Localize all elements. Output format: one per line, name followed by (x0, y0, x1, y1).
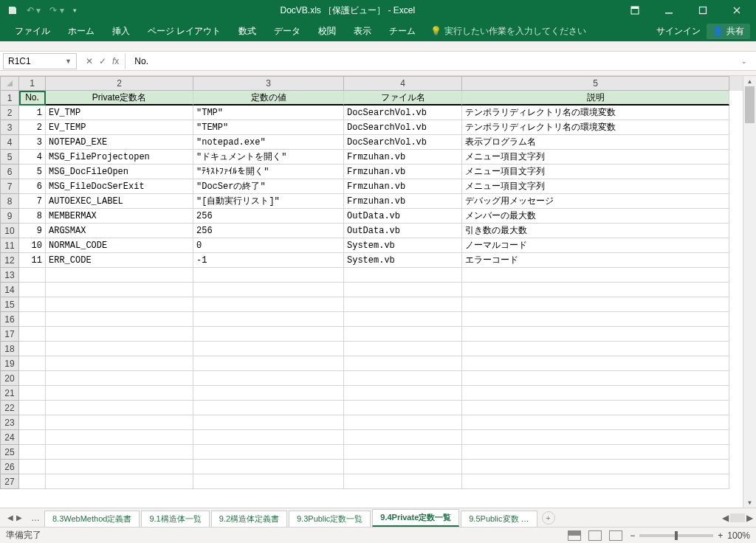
row-header[interactable]: 11 (0, 238, 19, 253)
empty-cell[interactable] (462, 283, 729, 297)
cell-no[interactable]: 9 (19, 224, 46, 238)
empty-cell[interactable] (46, 460, 193, 474)
empty-cell[interactable] (46, 356, 193, 371)
cell-file[interactable]: Frmzuhan.vb (344, 179, 462, 194)
row-header[interactable]: 22 (0, 401, 19, 415)
cell-value[interactable]: "DocSerの終了" (193, 179, 344, 194)
empty-cell[interactable] (462, 327, 729, 342)
cell-file[interactable]: DocSearchVol.vb (344, 106, 462, 120)
fx-icon[interactable]: fx (112, 56, 119, 66)
cell-value[interactable]: 256 (193, 224, 344, 238)
col-header-2[interactable]: 2 (46, 76, 193, 91)
empty-cell[interactable] (193, 342, 344, 356)
cell-no[interactable]: 11 (19, 253, 46, 268)
empty-cell[interactable] (46, 312, 193, 327)
horizontal-scroll-mini[interactable]: ◀ ▶ (722, 513, 753, 523)
row-header[interactable]: 2 (0, 106, 19, 120)
sheet-tab[interactable]: 9.4Private定数一覧 (372, 509, 459, 527)
sheet-tab[interactable]: 9.2構造体定義書 (211, 511, 287, 527)
tab-file[interactable]: ファイル (6, 21, 59, 41)
row-header[interactable]: 21 (0, 386, 19, 401)
hscroll-thumb[interactable] (730, 513, 745, 522)
row-header[interactable]: 12 (0, 253, 19, 268)
row-header[interactable]: 26 (0, 460, 19, 474)
vertical-scrollbar[interactable]: ▲ ▼ (743, 76, 756, 508)
cell-name[interactable]: MSG_FileProjectopen (46, 150, 193, 165)
header-desc[interactable]: 説明 (462, 91, 729, 106)
cell-value[interactable]: -1 (193, 253, 344, 268)
cell-name[interactable]: MSG_DocFileOpen (46, 165, 193, 179)
header-file[interactable]: ファイル名 (344, 91, 462, 106)
maximize-icon[interactable] (687, 0, 719, 21)
row-header[interactable]: 25 (0, 445, 19, 460)
ribbon-options-icon[interactable] (619, 0, 651, 21)
col-header-4[interactable]: 4 (344, 76, 462, 91)
sheet-prev-icon[interactable]: ◀ (7, 513, 13, 522)
empty-cell[interactable] (344, 268, 462, 283)
empty-cell[interactable] (46, 415, 193, 430)
empty-cell[interactable] (462, 415, 729, 430)
empty-cell[interactable] (344, 474, 462, 489)
empty-cell[interactable] (344, 297, 462, 312)
empty-cell[interactable] (19, 312, 46, 327)
row-header[interactable]: 4 (0, 135, 19, 150)
cell-name[interactable]: ARGSMAX (46, 224, 193, 238)
cell-name[interactable]: EV_TMP (46, 106, 193, 120)
cell-desc[interactable]: エラーコード (462, 253, 729, 268)
empty-cell[interactable] (344, 430, 462, 445)
row-header[interactable]: 3 (0, 120, 19, 135)
empty-cell[interactable] (462, 371, 729, 386)
empty-cell[interactable] (344, 327, 462, 342)
hscroll-left-icon[interactable]: ◀ (722, 513, 729, 523)
empty-cell[interactable] (46, 474, 193, 489)
row-header[interactable]: 5 (0, 150, 19, 165)
empty-cell[interactable] (19, 297, 46, 312)
empty-cell[interactable] (19, 342, 46, 356)
chevron-down-icon[interactable]: ▼ (65, 58, 72, 65)
row-header[interactable]: 19 (0, 356, 19, 371)
empty-cell[interactable] (462, 401, 729, 415)
cell-name[interactable]: NOTEPAD_EXE (46, 135, 193, 150)
minimize-icon[interactable] (653, 0, 685, 21)
sheet-next-icon[interactable]: ▶ (16, 513, 22, 522)
empty-cell[interactable] (19, 268, 46, 283)
empty-cell[interactable] (344, 401, 462, 415)
tab-formulas[interactable]: 数式 (230, 21, 265, 41)
tab-home[interactable]: ホーム (59, 21, 103, 41)
cell-desc[interactable]: メニュー項目文字列 (462, 150, 729, 165)
save-icon[interactable] (7, 5, 18, 15)
cell-file[interactable]: System.vb (344, 253, 462, 268)
row-header[interactable]: 1 (0, 91, 19, 106)
empty-cell[interactable] (193, 430, 344, 445)
view-page-break-icon[interactable] (609, 530, 622, 541)
cell-value[interactable]: "ﾃｷｽﾄﾌｧｲﾙを開く" (193, 165, 344, 179)
view-page-layout-icon[interactable] (588, 530, 602, 541)
empty-cell[interactable] (46, 327, 193, 342)
add-sheet-button[interactable]: + (542, 511, 555, 525)
empty-cell[interactable] (46, 297, 193, 312)
empty-cell[interactable] (344, 283, 462, 297)
cell-desc[interactable]: デバッグ用メッセージ (462, 194, 729, 209)
cell-name[interactable]: EV_TEMP (46, 120, 193, 135)
empty-cell[interactable] (193, 297, 344, 312)
qat-customize-icon[interactable]: ▾ (73, 7, 77, 14)
empty-cell[interactable] (462, 386, 729, 401)
cell-desc[interactable]: ノーマルコード (462, 238, 729, 253)
empty-cell[interactable] (19, 430, 46, 445)
zoom-in-icon[interactable]: + (718, 530, 723, 541)
spreadsheet-grid[interactable]: 1 2 3 4 5 1No.Private定数名定数の値ファイル名説明21EV_… (0, 76, 743, 508)
cell-value[interactable]: 256 (193, 209, 344, 224)
empty-cell[interactable] (46, 445, 193, 460)
empty-cell[interactable] (344, 312, 462, 327)
tab-page-layout[interactable]: ページ レイアウト (139, 21, 230, 41)
row-header[interactable]: 24 (0, 430, 19, 445)
undo-icon[interactable]: ↶ ▾ (27, 5, 41, 15)
cell-desc[interactable]: 表示プログラム名 (462, 135, 729, 150)
empty-cell[interactable] (462, 460, 729, 474)
empty-cell[interactable] (46, 430, 193, 445)
cell-no[interactable]: 6 (19, 179, 46, 194)
sheet-tab[interactable]: 9.3Public定数一覧 (289, 511, 371, 527)
empty-cell[interactable] (193, 386, 344, 401)
sheet-more-icon[interactable]: … (27, 513, 44, 523)
empty-cell[interactable] (19, 474, 46, 489)
